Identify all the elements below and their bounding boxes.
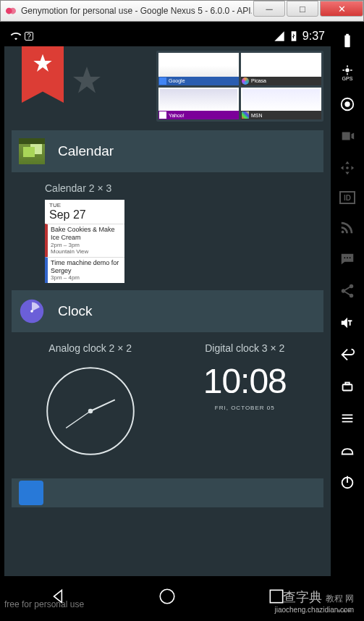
analog-clock-widget[interactable]: Analog clock 2 × 2: [20, 342, 161, 461]
thumbnail-picasa[interactable]: Picasa: [241, 53, 321, 85]
clock-section-header[interactable]: Clock: [12, 290, 323, 332]
rss-tool-icon[interactable]: [339, 219, 356, 236]
digital-clock-widget[interactable]: Digital clock 3 × 2 10:08 FRI, OCTOBER 0…: [175, 342, 316, 461]
window-title: Genymotion for personal use - Google Nex…: [21, 6, 252, 16]
svg-rect-24: [345, 383, 350, 385]
window-titlebar: Genymotion for personal use - Google Nex…: [0, 0, 364, 22]
svg-point-1: [9, 8, 16, 14]
clock-icon: [19, 298, 45, 324]
status-time: 9:37: [302, 30, 325, 43]
svg-point-17: [344, 257, 345, 258]
signal-icon: [274, 30, 285, 42]
help-badge-icon: ?: [25, 32, 33, 41]
emulator-side-toolbar: GPS ID: [331, 22, 364, 621]
thumb-label: Yahoo!: [169, 113, 185, 118]
event-title: Time machine demo for Sergey: [51, 259, 122, 275]
calendar-event: Bake Cookies & Make Ice Cream 2pm – 3pm …: [45, 224, 124, 257]
gps-tool-icon[interactable]: GPS: [339, 64, 356, 81]
thumb-label: MSN: [251, 113, 263, 118]
free-watermark: free for personal use: [4, 599, 84, 609]
record-tool-icon[interactable]: [339, 127, 356, 145]
home-tool-icon[interactable]: [339, 442, 356, 459]
star-bg-icon: [69, 64, 104, 101]
bookmark-widget[interactable]: [12, 51, 149, 122]
app-logo-icon: [5, 5, 17, 17]
home-button[interactable]: [145, 582, 189, 611]
calendar-title: Calendar: [58, 143, 114, 159]
phone-screen-area: ? 9:37: [0, 22, 331, 621]
thumb-label: Picasa: [251, 78, 266, 83]
event-time: 3pm – 4pm: [51, 274, 122, 282]
calendar-day: Sep 27: [49, 208, 120, 221]
calendar-dow: TUE: [49, 202, 120, 208]
calendar-date-header: TUE Sep 27: [45, 200, 124, 224]
svg-rect-10: [344, 35, 350, 47]
rotate-tool-icon[interactable]: [339, 378, 356, 395]
svg-point-14: [344, 101, 350, 106]
event-location: Mountain View: [51, 248, 122, 255]
minimize-button[interactable]: ─: [253, 1, 285, 17]
widget-screen[interactable]: Google Picasa Yahoo! MSN Calendar Calend…: [4, 46, 331, 576]
svg-point-16: [342, 231, 344, 234]
emulator-container: ? 9:37: [0, 22, 364, 621]
close-button[interactable]: ✕: [320, 1, 363, 17]
top-widget-row: Google Picasa Yahoo! MSN: [12, 51, 323, 122]
calendar-event: Time machine demo for Sergey 3pm – 4pm: [45, 257, 124, 283]
back-emulator-icon[interactable]: [339, 346, 356, 363]
battery-tool-icon[interactable]: [339, 32, 356, 49]
sms-tool-icon[interactable]: [339, 250, 356, 268]
clock-widgets-row: Analog clock 2 × 2 Digital clock 3 × 2 1…: [12, 342, 323, 461]
id-tool-icon[interactable]: ID: [339, 191, 355, 204]
svg-point-12: [345, 68, 349, 72]
svg-line-6: [66, 411, 90, 428]
power-tool-icon[interactable]: [339, 473, 356, 491]
thumbnail-yahoo[interactable]: Yahoo!: [158, 88, 239, 120]
thumb-label: Google: [169, 78, 185, 83]
thumbnail-google[interactable]: Google: [158, 53, 239, 85]
digital-clock-label: Digital clock 3 × 2: [175, 342, 316, 354]
svg-rect-11: [346, 34, 349, 36]
svg-rect-23: [343, 384, 352, 390]
svg-point-15: [346, 166, 349, 169]
app-square-icon: [19, 481, 43, 505]
dpad-tool-icon[interactable]: [339, 159, 356, 177]
camera-tool-icon[interactable]: [339, 96, 356, 113]
brand-text: 查字典: [283, 590, 322, 604]
clock-title: Clock: [58, 303, 93, 319]
menu-tool-icon[interactable]: [339, 410, 356, 427]
calendar-widget-label: Calendar 2 × 3: [45, 182, 323, 194]
brand-watermark: 查字典 教程 网 jiaocheng.chazidian.com: [274, 588, 354, 614]
svg-point-19: [350, 257, 351, 258]
partial-section-header[interactable]: [12, 478, 323, 507]
event-time: 2pm – 3pm: [51, 242, 122, 249]
android-status-bar[interactable]: ? 9:37: [4, 26, 331, 46]
svg-point-3: [30, 310, 33, 313]
thumbnail-msn[interactable]: MSN: [241, 88, 321, 120]
ribbon-icon: [22, 46, 64, 103]
wifi-icon: [10, 30, 22, 42]
digital-clock-time: 10:08: [175, 364, 316, 399]
analog-clock-face-icon: [43, 364, 137, 458]
volume-tool-icon[interactable]: [339, 314, 356, 331]
svg-point-18: [347, 257, 348, 258]
calendar-icon: [19, 138, 45, 164]
brand-url: jiaocheng.chazidian.com: [274, 606, 354, 614]
window-buttons: ─ □ ✕: [252, 1, 363, 21]
svg-point-8: [161, 589, 175, 604]
battery-charging-icon: [288, 30, 300, 42]
browser-thumbnails-widget[interactable]: Google Picasa Yahoo! MSN: [156, 51, 323, 122]
svg-point-7: [88, 409, 93, 414]
digital-clock-date: FRI, OCTOBER 05: [175, 405, 316, 411]
svg-line-5: [90, 400, 115, 411]
event-title: Bake Cookies & Make Ice Cream: [51, 226, 122, 242]
phone-screen: ? 9:37: [4, 26, 331, 617]
calendar-widget-preview[interactable]: TUE Sep 27 Bake Cookies & Make Ice Cream…: [45, 200, 124, 283]
maximize-button[interactable]: □: [287, 1, 318, 17]
calendar-section-header[interactable]: Calendar: [12, 130, 323, 172]
share-tool-icon[interactable]: [339, 282, 356, 300]
brand-sub: 教程 网: [326, 593, 354, 604]
analog-clock-label: Analog clock 2 × 2: [20, 342, 161, 354]
